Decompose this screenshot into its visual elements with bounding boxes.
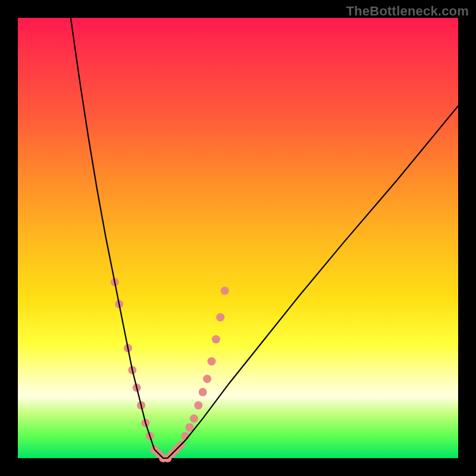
bottleneck-curve	[71, 18, 458, 458]
marker-dot	[216, 313, 224, 321]
marker-dot	[212, 335, 220, 343]
plot-area	[18, 18, 458, 458]
highlight-markers	[111, 278, 229, 462]
chart-stage: TheBottleneck.com	[0, 0, 476, 476]
marker-dot	[194, 401, 202, 409]
marker-dot	[199, 388, 207, 396]
marker-dot	[186, 423, 194, 431]
watermark-text: TheBottleneck.com	[346, 4, 469, 19]
chart-svg	[18, 18, 458, 458]
marker-dot	[221, 287, 229, 295]
marker-dot	[203, 375, 211, 383]
marker-dot	[208, 357, 216, 365]
marker-dot	[190, 414, 198, 422]
